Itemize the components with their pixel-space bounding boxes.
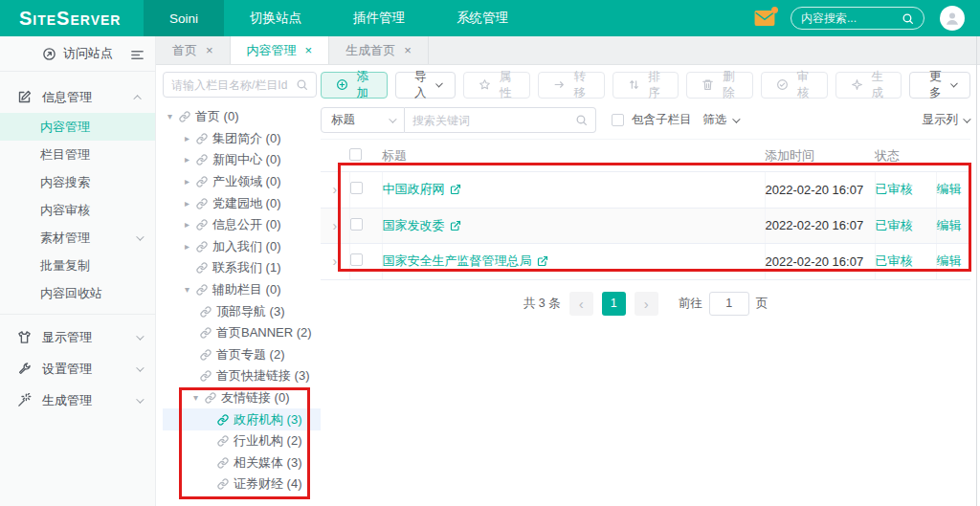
sidebar-group-info[interactable]: 信息管理	[0, 81, 155, 113]
tree-node[interactable]: 顶部导航 (3)	[163, 300, 321, 322]
keyword-search[interactable]	[405, 107, 596, 133]
search-icon[interactable]	[902, 12, 914, 25]
tree-node[interactable]: 行业机构 (2)	[163, 430, 321, 452]
include-children-checkbox[interactable]	[612, 114, 624, 126]
review-button[interactable]: 审核	[761, 72, 828, 99]
external-link-icon[interactable]	[450, 184, 461, 195]
display-columns-toggle[interactable]: 显示列	[923, 112, 971, 128]
sidebar-item-batch-copy[interactable]: 批量复制	[0, 252, 155, 279]
sidebar-item-content-review[interactable]: 内容审核	[0, 196, 155, 224]
edit-link[interactable]: 编辑	[937, 182, 962, 196]
row-checkbox[interactable]	[350, 253, 363, 266]
generate-button[interactable]: 生成	[835, 72, 902, 99]
row-expander-icon[interactable]: ›	[332, 218, 337, 233]
topnav-switch-site[interactable]: 切换站点	[224, 0, 327, 36]
mail-icon[interactable]	[754, 11, 775, 26]
external-link-icon[interactable]	[537, 255, 548, 267]
filter-toggle[interactable]: 筛选	[703, 112, 738, 128]
add-button[interactable]: 添加	[321, 72, 388, 99]
search-field-select[interactable]: 标题	[321, 107, 405, 133]
tree-node[interactable]: 相关媒体 (3)	[163, 452, 321, 474]
tab-generate-home[interactable]: 生成首页×	[329, 36, 429, 64]
search-icon[interactable]	[575, 114, 588, 126]
trash-icon	[702, 78, 714, 91]
topnav-plugins[interactable]: 插件管理	[327, 0, 431, 36]
tree-node[interactable]: 联系我们 (1)	[163, 257, 321, 279]
tree-node[interactable]: ▸新闻中心 (0)	[163, 149, 321, 171]
tree-node[interactable]: 首页BANNER (2)	[163, 322, 321, 344]
tree-node[interactable]: ▸党建园地 (0)	[163, 192, 321, 214]
tree-node[interactable]: ▾辅助栏目 (0)	[163, 279, 321, 301]
tab-content-manage[interactable]: 内容管理×	[231, 36, 330, 64]
keyword-input[interactable]	[412, 114, 575, 127]
edit-link[interactable]: 编辑	[937, 253, 962, 268]
sidebar-group-settings[interactable]: 设置管理	[0, 353, 155, 385]
search-icon[interactable]	[296, 78, 308, 91]
tree-node[interactable]: ▸集团简介 (0)	[163, 128, 321, 150]
avatar[interactable]	[940, 6, 965, 31]
tree-node[interactable]: 首页专题 (2)	[163, 344, 321, 366]
sidebar-item-content-search[interactable]: 内容搜索	[0, 168, 155, 196]
next-page-button[interactable]: ›	[635, 292, 658, 316]
tree-node[interactable]: ▾首页 (0)	[163, 106, 321, 128]
global-search[interactable]	[791, 7, 924, 30]
sidebar-item-content-manage[interactable]: 内容管理	[0, 113, 155, 141]
sidebar-item-channel-manage[interactable]: 栏目管理	[0, 141, 155, 168]
tree-node[interactable]: 首页快捷链接 (3)	[163, 365, 321, 387]
content-title-link[interactable]: 国家发改委	[383, 217, 461, 234]
sidebar-group-generate[interactable]: 生成管理	[0, 385, 155, 416]
tree-node[interactable]: ▾友情链接 (0)	[163, 387, 321, 409]
filter-toggle-label: 筛选	[703, 112, 727, 128]
tree-expand-icon[interactable]: ▸	[183, 199, 191, 209]
close-icon[interactable]: ×	[206, 43, 213, 57]
goto-page-input[interactable]	[709, 292, 749, 316]
tree-expand-icon[interactable]: ▾	[191, 393, 200, 403]
tree-node-selected[interactable]: 政府机构 (3)	[163, 408, 321, 430]
sidebar-item-recycle-bin[interactable]: 内容回收站	[0, 279, 155, 307]
content-title-link[interactable]: 国家安全生产监督管理总局	[383, 253, 548, 270]
topnav-site[interactable]: Soini	[144, 0, 224, 36]
tree-node[interactable]: ▸加入我们 (0)	[163, 236, 321, 258]
content-title-link[interactable]: 中国政府网	[383, 181, 461, 198]
tree-node[interactable]: 证券财经 (4)	[163, 473, 321, 495]
topnav-system[interactable]: 系统管理	[431, 0, 534, 36]
tree-expand-icon[interactable]: ▸	[183, 177, 191, 187]
attribute-button[interactable]: 属性	[463, 72, 530, 99]
content-title: 国家安全生产监督管理总局	[383, 253, 532, 270]
more-button[interactable]: 更多	[909, 72, 970, 99]
current-page-button[interactable]: 1	[602, 292, 626, 316]
close-icon[interactable]: ×	[404, 43, 412, 57]
collapse-menu-icon[interactable]	[130, 48, 145, 62]
edit-link[interactable]: 编辑	[937, 218, 962, 232]
sort-button[interactable]: 排序	[612, 72, 679, 99]
tree-expand-icon[interactable]: ▸	[183, 242, 191, 252]
row-checkbox[interactable]	[350, 218, 363, 231]
global-search-input[interactable]	[801, 11, 896, 25]
import-button-label: 导入	[411, 69, 431, 101]
close-icon[interactable]: ×	[305, 43, 313, 57]
tree-node[interactable]: ▸信息公开 (0)	[163, 214, 321, 236]
channel-search-input[interactable]	[171, 78, 292, 92]
row-expander-icon[interactable]: ›	[332, 182, 337, 197]
scrollbar-track[interactable]	[976, 36, 977, 506]
channel-search[interactable]	[163, 72, 317, 98]
visit-site-button[interactable]: 访问站点	[0, 36, 155, 72]
transfer-button[interactable]: 转移	[538, 72, 605, 99]
tree-expand-icon[interactable]: ▾	[183, 285, 191, 295]
tree-expand-icon[interactable]: ▸	[183, 155, 191, 165]
select-all-checkbox[interactable]	[349, 148, 362, 161]
tree-expand-icon[interactable]: ▸	[183, 220, 191, 230]
row-checkbox[interactable]	[350, 182, 363, 194]
tree-node[interactable]: ▸产业领域 (0)	[163, 171, 321, 193]
tab-home[interactable]: 首页×	[156, 36, 231, 64]
external-link-icon[interactable]	[450, 220, 461, 231]
sidebar-group-display[interactable]: 显示管理	[0, 321, 155, 353]
tree-expand-icon[interactable]: ▾	[166, 112, 174, 121]
prev-page-button[interactable]: ‹	[569, 292, 593, 316]
tree-expand-icon[interactable]: ▸	[183, 134, 191, 143]
sidebar-item-material-manage[interactable]: 素材管理	[0, 224, 155, 252]
row-expander-icon[interactable]: ›	[332, 253, 337, 269]
delete-button[interactable]: 删除	[686, 72, 753, 99]
sidebar-group-label: 生成管理	[42, 392, 92, 409]
import-button[interactable]: 导入	[395, 72, 457, 99]
